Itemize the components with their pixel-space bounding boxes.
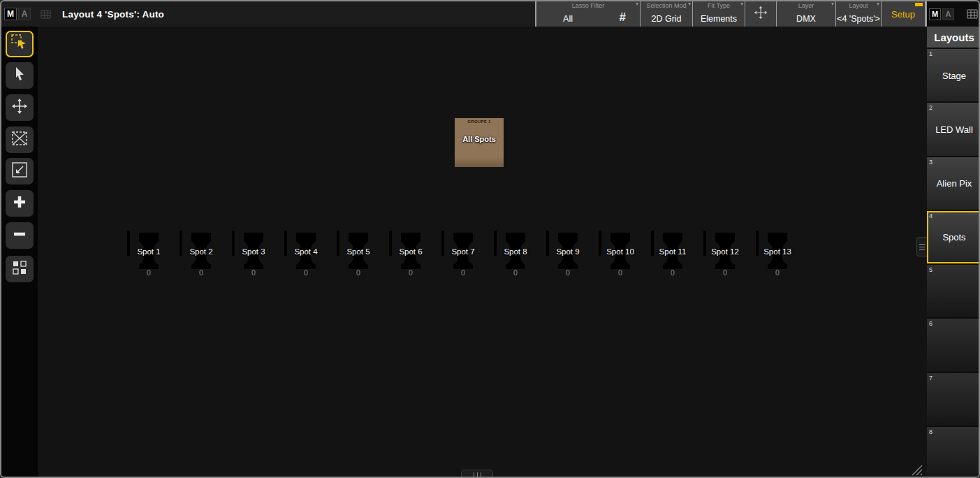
fixture-label: Spot 5 (337, 247, 380, 256)
layout-item-number: 3 (929, 159, 933, 166)
ma-logo-a: A (942, 8, 954, 20)
grid-snap-icon[interactable]: # (620, 10, 626, 24)
fixture-value: 0 (546, 268, 590, 277)
fixture-spot-10[interactable]: Spot 10 0 (599, 231, 642, 281)
fixture-spot-8[interactable]: Spot 8 0 (494, 231, 537, 281)
fixture-value: 0 (599, 268, 642, 277)
layout-item-number: 8 (929, 428, 933, 435)
fixture-spot-6[interactable]: Spot 6 0 (389, 231, 432, 281)
layout-item-label: Spots (927, 232, 980, 242)
layout-item-5[interactable]: 5 (927, 265, 980, 317)
layout-item-stage[interactable]: 1 Stage (927, 49, 980, 101)
layer-cell[interactable]: Layer ▾ DMX (777, 1, 835, 27)
panel-drag-handle-bottom[interactable] (461, 470, 493, 478)
ma-logo-m: M (929, 8, 941, 20)
fixture-label: Spot 12 (703, 247, 747, 256)
fixture-label: Spot 9 (546, 247, 590, 256)
layout-item-8[interactable]: 8 (927, 427, 980, 478)
fit-view-tool-button[interactable] (6, 158, 34, 184)
fixture-spot-7[interactable]: Spot 7 0 (441, 231, 485, 281)
grandma-layout-window: M A Layout 4 'Spots': Auto Lasso Filter … (0, 0, 980, 478)
layout-item-6[interactable]: 6 (927, 319, 980, 371)
layouts-list: 1 Stage 2 LED Wall 3 Alien Pix 4 Spots 5… (927, 49, 980, 478)
fixture-value: 0 (756, 268, 799, 277)
lasso-filter-cell[interactable]: Lasso Filter ▾ All # (536, 1, 640, 27)
fixture-spot-11[interactable]: Spot 11 0 (651, 231, 694, 281)
fit-view-icon (10, 161, 29, 182)
panel-grid-icon[interactable] (967, 9, 978, 19)
fixture-label: Spot 4 (284, 247, 328, 256)
panel-drag-handle-right[interactable] (916, 237, 927, 256)
titlebar: M A Layout 4 'Spots': Auto (1, 1, 535, 27)
fixture-label: Spot 2 (180, 247, 223, 256)
pointer-icon (10, 65, 29, 86)
dropdown-caret-icon: ▾ (636, 1, 638, 7)
layout-item-led-wall[interactable]: 2 LED Wall (927, 103, 980, 155)
plus-icon (10, 193, 29, 214)
ma-logo-a: A (18, 8, 31, 20)
layout-canvas[interactable]: GROUPE 1 All Spots Spot 1 0 Spot 2 0 Spo… (38, 27, 927, 478)
zoom-out-button[interactable] (6, 222, 34, 249)
layout-item-number: 4 (929, 212, 933, 219)
ma-logo-m: M (4, 8, 17, 20)
pointer-tool-button[interactable] (6, 62, 34, 89)
left-toolbar (1, 27, 38, 478)
grid-select-tool-button[interactable] (6, 126, 34, 153)
fixture-spot-12[interactable]: Spot 12 0 (703, 231, 747, 281)
layer-value: DMX (777, 14, 835, 24)
fixture-value: 0 (337, 268, 380, 277)
fit-type-label: Fit Type (693, 2, 745, 9)
fixture-label: Spot 6 (389, 247, 432, 256)
setup-label: Setup (882, 9, 925, 20)
fixture-value: 0 (232, 268, 275, 277)
topbar-option-cells: Lasso Filter ▾ All # Selection Mod ▾ 2D … (536, 1, 927, 27)
lasso-filter-label: Lasso Filter (536, 2, 640, 9)
layout-item-spots[interactable]: 4 Spots (927, 211, 980, 263)
fixture-label: Spot 11 (651, 247, 694, 256)
layouts-panel-title: Layouts (927, 27, 980, 49)
fit-type-value: Elements (693, 14, 745, 24)
layout-item-number: 1 (929, 50, 933, 57)
fixture-spot-5[interactable]: Spot 5 0 (337, 231, 380, 281)
dropdown-caret-icon: ▾ (831, 1, 834, 7)
fixture-value: 0 (703, 268, 747, 277)
auto-arrange-button[interactable] (6, 256, 34, 282)
fixture-label: Spot 7 (441, 247, 485, 256)
layout-item-7[interactable]: 7 (927, 373, 980, 426)
pan-tool-cell[interactable] (745, 1, 776, 27)
fixture-label: Spot 1 (127, 247, 170, 256)
layout-item-label: Stage (927, 70, 980, 80)
fit-type-cell[interactable]: Fit Type ▾ Elements (693, 1, 745, 27)
lasso-select-tool-button[interactable] (6, 31, 34, 57)
fixture-spot-2[interactable]: Spot 2 0 (180, 231, 223, 281)
layout-item-label: LED Wall (927, 124, 980, 134)
layout-select-cell[interactable]: Layout ▾ <4 'Spots'> (836, 1, 881, 27)
fixture-spot-1[interactable]: Spot 1 0 (127, 231, 170, 281)
fixture-spot-4[interactable]: Spot 4 0 (284, 231, 328, 281)
resize-grip-icon[interactable] (909, 463, 923, 477)
fixture-spot-9[interactable]: Spot 9 0 (546, 231, 590, 281)
fixture-label: Spot 10 (599, 247, 642, 256)
group-tile-all-spots[interactable]: GROUPE 1 All Spots (455, 118, 504, 167)
selection-mode-label: Selection Mod (641, 2, 692, 9)
window-title: Layout 4 'Spots': Auto (62, 9, 164, 20)
layout-select-value: <4 'Spots'> (836, 14, 881, 24)
arrange-icon (10, 259, 29, 280)
dropdown-caret-icon: ▾ (688, 1, 691, 7)
move-tool-button[interactable] (6, 94, 34, 121)
fixture-spot-3[interactable]: Spot 3 0 (232, 231, 275, 281)
setup-active-indicator (915, 3, 923, 6)
group-tile-label: All Spots (455, 135, 504, 143)
zoom-in-button[interactable] (6, 190, 34, 217)
layout-item-label: Alien Pix (927, 178, 980, 189)
selection-mode-cell[interactable]: Selection Mod ▾ 2D Grid (641, 1, 692, 27)
fixture-spot-13[interactable]: Spot 13 0 (756, 231, 799, 281)
window-grid-icon[interactable] (41, 10, 51, 19)
minus-icon (10, 225, 29, 246)
layout-item-number: 5 (929, 266, 933, 273)
fixture-label: Spot 8 (494, 247, 537, 256)
layout-item-alien-pix[interactable]: 3 Alien Pix (927, 157, 980, 210)
layout-select-label: Layout (836, 2, 881, 9)
fixture-value: 0 (441, 268, 485, 277)
setup-button[interactable]: Setup (882, 1, 925, 27)
